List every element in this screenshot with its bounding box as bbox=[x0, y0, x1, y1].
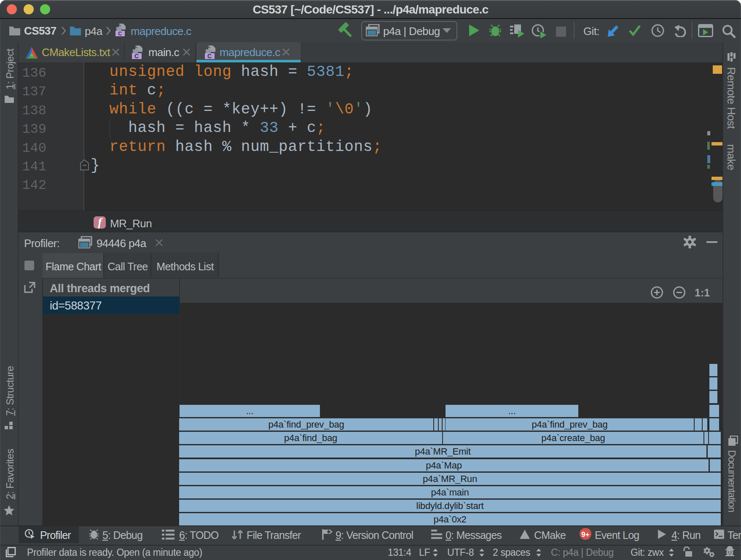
svg-text:C: C bbox=[118, 30, 122, 37]
svg-text:C: C bbox=[207, 53, 212, 59]
svg-text:C: C bbox=[134, 53, 139, 59]
